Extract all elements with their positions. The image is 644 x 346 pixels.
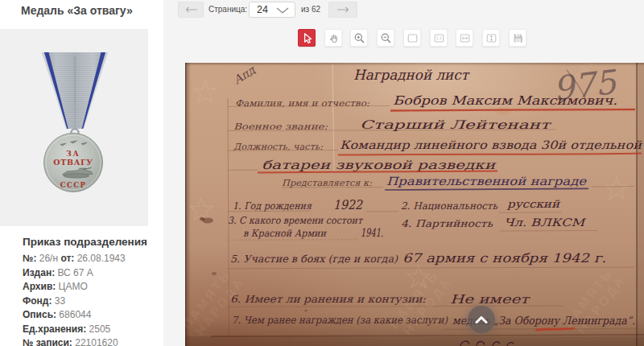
- fit-page-button[interactable]: [403, 29, 421, 47]
- detail-value: ВС 67 А: [57, 267, 93, 278]
- item-value: русский: [506, 198, 561, 210]
- zoom-in-icon: [353, 32, 365, 44]
- detail-row-inventory: Опись: 686044: [23, 308, 163, 323]
- field-label: Фамилия, имя и отчество:: [235, 98, 369, 109]
- detail-value: ЦАМО: [59, 281, 88, 292]
- page-total: из 62: [301, 0, 320, 19]
- field-label: Военное звание:: [233, 122, 328, 132]
- save-button[interactable]: [509, 29, 526, 47]
- red-underline: [390, 109, 635, 111]
- corner-note: Апд: [231, 63, 258, 87]
- page-select[interactable]: 24: [249, 2, 295, 18]
- page-label: Страница:: [208, 0, 247, 19]
- fit-width-icon: [459, 32, 471, 44]
- medal-image: ЗА ОТВАГУ СССР: [0, 29, 148, 226]
- detail-label: Издан:: [23, 267, 55, 278]
- item-value: 1922: [333, 197, 363, 212]
- field-label: Должность, часть:: [233, 142, 323, 152]
- document-scan[interactable]: ПАМЯТЬ НАРОДА ПАМЯТЬ НАРОДА ПАМЯТЬ НАРОД…: [185, 63, 644, 346]
- item-label: 4. Партийность: [401, 218, 493, 229]
- field-value: Командир линейного взвода 30й отдельной: [340, 138, 643, 151]
- field-value: батареи звуковой разведки: [262, 159, 497, 172]
- item-value: 1941.: [361, 226, 383, 239]
- page-edge: [637, 63, 644, 346]
- detail-row-number: №: 26/н от: 26.08.1943: [23, 252, 163, 266]
- fit-height-button[interactable]: [482, 29, 500, 47]
- fit-height-icon: [485, 32, 497, 44]
- svg-text:1:1: 1:1: [436, 35, 442, 40]
- medal-text-otvagu: ОТВАГУ: [53, 158, 93, 167]
- medal-disc: ЗА ОТВАГУ СССР: [44, 134, 103, 192]
- item-label: 1. Год рождения: [233, 200, 312, 212]
- detail-row-fund: Фонд: 33: [23, 295, 163, 309]
- detail-value: 26.08.1943: [77, 253, 126, 264]
- section-title: Приказ подразделения: [23, 236, 147, 248]
- detail-label: Опись:: [23, 309, 56, 320]
- detail-value: 22101620: [75, 337, 118, 346]
- page-title: Медаль «За отвагу»: [21, 4, 133, 17]
- red-underline: [338, 154, 642, 155]
- actual-size-icon: 1:1: [433, 32, 445, 44]
- detail-label: Ед.хранения:: [23, 323, 86, 335]
- chevron-down-icon: [276, 7, 289, 14]
- item-value: Чл. ВЛКСМ: [504, 216, 587, 229]
- arrow-right-icon: [336, 6, 350, 14]
- award-document-viewer: Медаль «За отвагу»: [0, 0, 644, 346]
- arrow-left-icon: [184, 6, 198, 14]
- item-value: 67 армия с ноября 1942 г.: [402, 251, 606, 266]
- detail-label: от:: [60, 253, 74, 264]
- prev-page-button[interactable]: [178, 2, 204, 18]
- page-select-value: 24: [257, 2, 268, 17]
- sidebar: Медаль «За отвагу»: [0, 0, 163, 346]
- detail-value: 686044: [59, 309, 91, 320]
- next-page-button[interactable]: [328, 2, 357, 18]
- zoom-in-button[interactable]: [350, 29, 368, 47]
- detail-row-issued: Издан: ВС 67 А: [23, 266, 163, 281]
- detail-label: № записи:: [23, 337, 72, 346]
- detail-label: №:: [23, 253, 36, 264]
- field-value: Старший Лейтенант: [360, 118, 552, 132]
- chevron-up-icon: [475, 316, 488, 323]
- pan-tool-button[interactable]: [324, 29, 342, 47]
- field-label: Представляется к:: [282, 178, 372, 188]
- doc-title: Наградной лист: [353, 67, 470, 83]
- medal-ribbon: [42, 52, 108, 129]
- item-label: 3. С какого времени состоит: [228, 215, 363, 226]
- save-icon: [512, 32, 524, 44]
- item-label: 7. Чем ранее награжден (за какие заслуги…: [232, 314, 448, 326]
- scroll-top-button[interactable]: [468, 306, 495, 333]
- pan-hand-icon: [328, 32, 340, 44]
- actual-size-button[interactable]: 1:1: [430, 29, 448, 47]
- field-value: Правительственной награде: [386, 175, 587, 187]
- field-value: Бобров Максим Максимович.: [393, 93, 617, 108]
- detail-value: 2505: [89, 323, 111, 335]
- zoom-out-icon: [380, 32, 392, 44]
- detail-row-record: № записи: 22101620: [23, 336, 163, 346]
- zoom-out-button[interactable]: [377, 29, 394, 47]
- fit-page-icon: [407, 32, 419, 44]
- detail-value: 33: [55, 295, 65, 307]
- detail-row-archive: Архив: ЦАМО: [23, 280, 163, 295]
- purple-underline: [385, 188, 588, 190]
- detail-value: 26/н: [39, 253, 58, 264]
- item-label: 6. Имеет ли ранения и контузии:: [230, 293, 427, 305]
- medal-text-cccp: СССР: [60, 181, 87, 189]
- detail-row-storage: Ед.хранения: 2505: [23, 323, 163, 337]
- details-list: №: 26/н от: 26.08.1943 Издан: ВС 67 А Ар…: [23, 252, 163, 346]
- item-label: 5. Участие в боях (где и когда): [230, 253, 398, 265]
- red-underline: [535, 328, 575, 331]
- item-label: в Красной Армии: [243, 228, 327, 239]
- detail-label: Архив:: [23, 281, 56, 292]
- item-value: Не имеет: [450, 292, 530, 307]
- fit-width-button[interactable]: [456, 29, 473, 47]
- medal-text-za: ЗА: [66, 150, 80, 158]
- select-tool-button[interactable]: [298, 29, 316, 47]
- detail-label: Фонд:: [23, 295, 52, 307]
- item-label: 2. Национальность: [401, 200, 497, 212]
- cursor-icon: [301, 32, 313, 44]
